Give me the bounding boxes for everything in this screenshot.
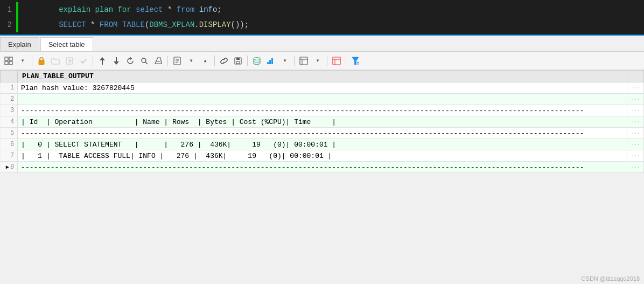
separator-4 xyxy=(214,56,215,66)
svg-rect-20 xyxy=(269,60,271,64)
svg-rect-1 xyxy=(9,57,12,60)
export-button[interactable] xyxy=(63,54,76,67)
filter-down-button[interactable] xyxy=(96,54,109,67)
row-number: 2 xyxy=(1,94,18,105)
row-number: 4 xyxy=(1,116,18,128)
grid-view-button[interactable] xyxy=(2,54,15,67)
svg-marker-7 xyxy=(114,57,119,65)
save-button[interactable] xyxy=(232,54,244,67)
row-number: 7 xyxy=(1,150,18,162)
row-content[interactable]: | 0 | SELECT STATEMENT | | 276 | 436K| 1… xyxy=(18,139,627,150)
arrow-up-button[interactable]: ▴ xyxy=(199,54,212,67)
watermark: CSDN @tttzzqqq2018 xyxy=(582,275,640,282)
table-row[interactable]: 3---------------------------------------… xyxy=(1,105,644,116)
line-number-2: 2 xyxy=(0,17,16,32)
row-ellipsis: ··· xyxy=(627,105,643,116)
table-row[interactable]: 1Plan hash value: 3267820445··· xyxy=(1,82,644,94)
table-row[interactable]: 2··· xyxy=(1,94,644,105)
row-content[interactable]: Plan hash value: 3267820445 xyxy=(18,82,627,94)
svg-rect-21 xyxy=(271,58,273,64)
table-row[interactable]: 7| 1 | TABLE ACCESS FULL| INFO | 276 | 4… xyxy=(1,150,644,162)
dropdown-arrow-button[interactable]: ▾ xyxy=(16,54,29,67)
link-button[interactable] xyxy=(218,54,230,67)
separator-7 xyxy=(327,56,327,66)
separator-2 xyxy=(93,56,93,66)
line-number-1: 1 xyxy=(0,2,16,17)
folder-button[interactable] xyxy=(49,54,62,67)
row-ellipsis: ··· xyxy=(627,128,643,139)
row-content[interactable]: ----------------------------------------… xyxy=(18,128,627,139)
svg-marker-6 xyxy=(100,57,105,65)
separator-6 xyxy=(294,56,295,66)
row-number: 5 xyxy=(1,128,18,139)
table-row[interactable]: ▶8--------------------------------------… xyxy=(1,162,644,173)
main-container: 1 explain plan for select * from info; 2… xyxy=(0,0,644,284)
row-ellipsis: ··· xyxy=(627,139,643,150)
page-button[interactable] xyxy=(171,54,184,67)
code-content-2[interactable]: SELECT * FROM TABLE(DBMS_XPLAN.DISPLAY()… xyxy=(18,2,249,47)
row-ellipsis: ··· xyxy=(627,150,643,162)
svg-line-9 xyxy=(145,62,148,64)
svg-rect-3 xyxy=(9,61,12,65)
code-editor: 1 explain plan for select * from info; 2… xyxy=(0,0,644,36)
row-number: 6 xyxy=(1,139,18,150)
row-ellipsis: ··· xyxy=(627,94,643,105)
svg-rect-22 xyxy=(300,57,307,65)
svg-rect-2 xyxy=(5,61,8,65)
svg-rect-0 xyxy=(5,57,8,60)
svg-rect-19 xyxy=(267,62,269,64)
scroll-header xyxy=(627,71,643,82)
table-row[interactable]: 4| Id | Operation | Name | Rows | Bytes … xyxy=(1,116,644,128)
toolbar: ▾ ▾ xyxy=(0,52,644,70)
db-button[interactable] xyxy=(250,54,263,67)
row-content[interactable] xyxy=(18,94,627,105)
svg-rect-25 xyxy=(333,57,340,65)
svg-rect-17 xyxy=(236,61,240,64)
svg-rect-16 xyxy=(236,58,240,60)
code-line-2: 2 SELECT * FROM TABLE(DBMS_XPLAN.DISPLAY… xyxy=(0,17,644,32)
row-number: ▶8 xyxy=(1,162,18,173)
data-table: PLAN_TABLE_OUTPUT 1Plan hash value: 3267… xyxy=(0,70,644,173)
row-number: 3 xyxy=(1,105,18,116)
svg-rect-29 xyxy=(357,62,359,63)
row-ellipsis: ··· xyxy=(627,116,643,128)
row-content[interactable]: | 1 | TABLE ACCESS FULL| INFO | 276 | 43… xyxy=(18,150,627,162)
filter-bottom-button[interactable] xyxy=(110,54,123,67)
svg-marker-28 xyxy=(352,57,359,65)
arrow-down-button[interactable]: ▾ xyxy=(185,54,198,67)
svg-point-18 xyxy=(254,57,260,60)
search-button[interactable] xyxy=(138,54,151,67)
row-number: 1 xyxy=(1,82,18,94)
table-row[interactable]: 5---------------------------------------… xyxy=(1,128,644,139)
row-content[interactable]: ----------------------------------------… xyxy=(18,162,627,173)
separator-3 xyxy=(167,56,168,66)
content-area: PLAN_TABLE_OUTPUT 1Plan hash value: 3267… xyxy=(0,70,644,284)
chart-dropdown-button[interactable]: ▾ xyxy=(278,54,291,67)
red-table-button[interactable] xyxy=(330,54,343,67)
row-content[interactable]: ----------------------------------------… xyxy=(18,105,627,116)
separator-8 xyxy=(346,56,346,66)
row-ellipsis: ··· xyxy=(627,162,643,173)
svg-rect-4 xyxy=(39,60,44,65)
check-button[interactable] xyxy=(77,54,90,67)
refresh-button[interactable] xyxy=(124,54,137,67)
column-header[interactable]: PLAN_TABLE_OUTPUT xyxy=(18,71,627,82)
chart-button[interactable] xyxy=(264,54,277,67)
row-ellipsis: ··· xyxy=(627,82,643,94)
lock-button[interactable] xyxy=(35,54,48,67)
separator-5 xyxy=(247,56,248,66)
grid-dropdown-button[interactable]: ▾ xyxy=(311,54,324,67)
table-row[interactable]: 6| 0 | SELECT STATEMENT | | 276 | 436K| … xyxy=(1,139,644,150)
row-content[interactable]: | Id | Operation | Name | Rows | Bytes |… xyxy=(18,116,627,128)
grid-table-button[interactable] xyxy=(297,54,310,67)
clear-button[interactable] xyxy=(152,54,165,67)
funnel-button[interactable] xyxy=(349,54,362,67)
separator-1 xyxy=(32,56,32,66)
svg-rect-30 xyxy=(357,64,359,65)
row-num-header xyxy=(1,71,18,82)
svg-point-8 xyxy=(142,58,146,63)
